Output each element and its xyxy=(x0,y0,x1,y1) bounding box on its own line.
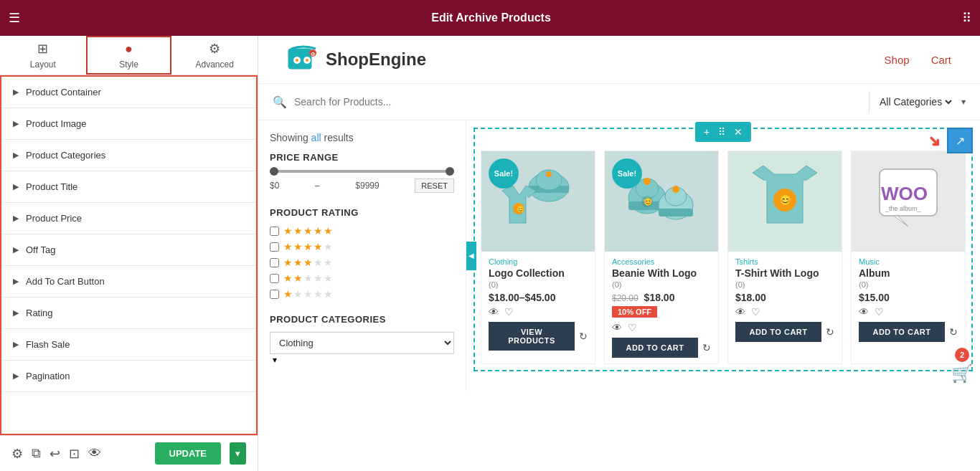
product-rating-4: (0) xyxy=(859,280,958,289)
undo-icon[interactable]: ↩ xyxy=(50,446,60,462)
eye-icon-3[interactable]: 👁 xyxy=(735,306,745,318)
product-category-4: Music xyxy=(859,257,958,266)
sidebar-item-product-price[interactable]: ▶ Product Price xyxy=(1,203,256,234)
categories-chevron[interactable]: ▾ xyxy=(273,355,277,365)
categories-dropdown[interactable]: Clothing xyxy=(270,332,454,354)
filter-panel: Showing all results PRICE RANGE $0 – $99… xyxy=(258,120,466,391)
product-info-1: Clothing Logo Collection (0) $18.00–$45.… xyxy=(481,252,595,356)
chevron-down-icon: ▾ xyxy=(961,97,966,107)
bottom-bar: ⚙ ⧉ ↩ ⊡ 👁 UPDATE ▾ xyxy=(0,435,258,471)
sidebar-item-product-image[interactable]: ▶ Product Image xyxy=(1,108,256,140)
showing-results: Showing all results xyxy=(270,132,454,143)
arrow-icon: ▶ xyxy=(13,340,19,349)
sidebar-item-product-container[interactable]: ▶ Product Container xyxy=(1,77,256,108)
sidebar-item-pagination[interactable]: ▶ Pagination xyxy=(1,361,256,392)
sidebar-item-rating[interactable]: ▶ Rating xyxy=(1,298,256,329)
settings-icon[interactable]: ⚙ xyxy=(11,446,23,462)
categories-section: PRODUCT CATEGORIES Clothing ▾ xyxy=(270,314,454,365)
arrow-icon: ▶ xyxy=(13,214,19,223)
rating-checkbox-1[interactable] xyxy=(270,290,279,299)
update-button[interactable]: UPDATE xyxy=(155,442,221,465)
svg-marker-27 xyxy=(894,216,908,227)
logo-text: ShopEngine xyxy=(326,49,426,70)
rating-checkbox-4[interactable] xyxy=(270,242,279,252)
responsive-icon[interactable]: ⊡ xyxy=(69,446,80,462)
product-image-svg-4: WOO _the album_ xyxy=(872,158,944,244)
grid-icon[interactable]: ⠿ xyxy=(962,10,971,26)
reset-button[interactable]: RESET xyxy=(415,179,454,193)
corner-button[interactable]: ↗ xyxy=(947,128,973,153)
eye-icon-2[interactable]: 👁 xyxy=(612,322,622,333)
search-input[interactable] xyxy=(294,96,862,108)
svg-text:WOO: WOO xyxy=(881,183,928,204)
rating-row-2: ★★★★★ xyxy=(270,272,454,284)
widget-move-button[interactable]: ⠿ xyxy=(715,125,728,139)
product-price-3: $18.00 xyxy=(735,292,834,303)
tab-advanced[interactable]: ⚙ Advanced xyxy=(171,36,258,75)
search-icon[interactable]: 🔍 xyxy=(273,95,287,109)
sidebar-item-add-to-cart[interactable]: ▶ Add To Cart Button xyxy=(1,266,256,298)
eye-icon-4[interactable]: 👁 xyxy=(859,306,869,318)
svg-text:😊: 😊 xyxy=(779,194,792,206)
sidebar-item-product-title[interactable]: ▶ Product Title xyxy=(1,171,256,203)
product-name-1: Logo Collection xyxy=(489,267,588,279)
layers-icon[interactable]: ⧉ xyxy=(32,446,41,461)
corner-button-icon: ↗ xyxy=(956,134,965,148)
sidebar-list: ▶ Product Container ▶ Product Image ▶ Pr… xyxy=(0,75,258,435)
divider xyxy=(869,91,870,113)
product-category-2: Accessories xyxy=(612,257,711,266)
cart-icon[interactable]: 🛒 xyxy=(951,363,973,384)
svg-text:😊: 😊 xyxy=(644,197,653,206)
tab-style[interactable]: ● Style xyxy=(86,36,172,75)
heart-icon-4[interactable]: ♡ xyxy=(875,306,884,318)
product-rating-2: (0) xyxy=(612,280,711,289)
rating-checkbox-3[interactable] xyxy=(270,258,279,267)
product-rating-1: (0) xyxy=(489,280,588,289)
range-handle-left[interactable] xyxy=(270,167,278,176)
sidebar-item-flash-sale[interactable]: ▶ Flash Sale xyxy=(1,329,256,361)
product-name-4: Album xyxy=(859,267,958,279)
product-price-1: $18.00–$45.00 xyxy=(489,292,588,303)
update-dropdown-button[interactable]: ▾ xyxy=(230,442,246,465)
heart-icon-1[interactable]: ♡ xyxy=(504,306,514,318)
refresh-icon-1[interactable]: ↻ xyxy=(579,330,588,342)
view-products-button-1[interactable]: VIEW PRODUCTS xyxy=(489,322,575,351)
refresh-icon-4[interactable]: ↻ xyxy=(949,326,958,338)
rating-checkbox-2[interactable] xyxy=(270,274,279,283)
heart-icon-2[interactable]: ♡ xyxy=(628,322,637,333)
add-to-cart-button-4[interactable]: ADD TO CART xyxy=(859,322,945,342)
resize-left-handle[interactable]: ◀ xyxy=(466,242,476,270)
tab-layout-label: Layout xyxy=(30,60,56,70)
cart-link[interactable]: Cart xyxy=(931,54,951,66)
range-handle-right[interactable] xyxy=(446,167,454,176)
add-to-cart-row-3: ADD TO CART ↻ xyxy=(735,322,834,342)
shop-logo: ⚙ ShopEngine xyxy=(287,43,426,76)
widget-toolbar: + ⠿ ✕ xyxy=(695,122,751,142)
add-to-cart-button-3[interactable]: ADD TO CART xyxy=(735,322,821,342)
advanced-icon: ⚙ xyxy=(209,41,220,57)
rating-row-4: ★★★★★ xyxy=(270,241,454,252)
sidebar-item-product-categories[interactable]: ▶ Product Categories xyxy=(1,140,256,171)
stars-1: ★★★★★ xyxy=(283,288,334,300)
product-actions-4: 👁 ♡ xyxy=(859,306,958,318)
preview-icon[interactable]: 👁 xyxy=(88,446,101,461)
category-select[interactable]: All Categories xyxy=(877,95,954,108)
price-range-section: PRICE RANGE $0 – $9999 RESET xyxy=(270,152,454,193)
tab-layout[interactable]: ⊞ Layout xyxy=(0,36,86,75)
svg-point-21 xyxy=(672,186,679,193)
left-panel: ⊞ Layout ● Style ⚙ Advanced ▶ Product Co… xyxy=(0,36,258,471)
product-name-3: T-Shirt With Logo xyxy=(735,267,834,279)
widget-add-button[interactable]: + xyxy=(701,125,712,139)
sidebar-item-off-tag[interactable]: ▶ Off Tag xyxy=(1,234,256,266)
eye-icon-1[interactable]: 👁 xyxy=(489,306,499,318)
refresh-icon-2[interactable]: ↻ xyxy=(702,342,711,353)
heart-icon-3[interactable]: ♡ xyxy=(751,306,760,318)
refresh-icon-3[interactable]: ↻ xyxy=(826,326,834,338)
shop-nav: Shop Cart xyxy=(885,54,951,66)
add-to-cart-button-2[interactable]: ADD TO CART xyxy=(612,338,698,358)
widget-close-button[interactable]: ✕ xyxy=(731,125,745,139)
rating-row-3: ★★★★★ xyxy=(270,257,454,268)
hamburger-icon[interactable]: ☰ xyxy=(9,10,20,26)
shop-link[interactable]: Shop xyxy=(885,54,910,66)
rating-checkbox-5[interactable] xyxy=(270,227,279,236)
